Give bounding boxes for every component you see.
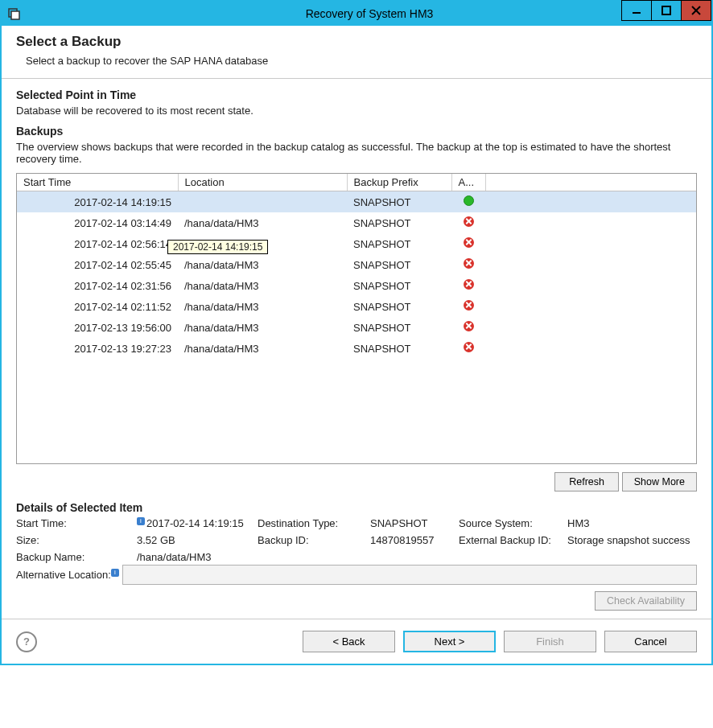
cell-location: /hana/data/HM3 — [178, 317, 347, 338]
refresh-button[interactable]: Refresh — [554, 472, 619, 492]
status-ok-icon — [464, 195, 474, 206]
info-icon: i — [137, 517, 145, 525]
table-row[interactable]: 2017-02-14 02:11:52/hana/data/HM3SNAPSHO… — [17, 296, 696, 317]
wizard-footer: ? < Back Next > Finish Cancel — [2, 619, 711, 664]
status-error-icon — [464, 237, 474, 248]
cancel-button[interactable]: Cancel — [604, 631, 697, 652]
cell-start-time: 2017-02-14 02:55:45 — [17, 254, 178, 275]
col-start-time[interactable]: Start Time — [17, 174, 178, 191]
backups-desc: The overview shows backups that were rec… — [16, 141, 697, 165]
status-error-icon — [464, 258, 474, 269]
table-row-empty — [17, 422, 696, 442]
col-available[interactable]: A... — [451, 174, 485, 191]
table-row[interactable]: 2017-02-14 02:31:56/hana/data/HM3SNAPSHO… — [17, 275, 696, 296]
col-location[interactable]: Location — [178, 174, 347, 191]
status-error-icon — [464, 342, 474, 352]
check-row: Check Availability — [2, 588, 711, 619]
col-backup-prefix[interactable]: Backup Prefix — [347, 174, 451, 191]
table-row-empty — [17, 359, 696, 380]
title-bar[interactable]: Recovery of System HM3 — [2, 2, 711, 26]
cell-location: /hana/data/HM3 — [178, 212, 347, 233]
cell-status — [451, 233, 485, 254]
table-row[interactable]: 2017-02-14 03:14:49/hana/data/HM3SNAPSHO… — [17, 212, 696, 233]
table-buttons: Refresh Show More — [16, 464, 697, 498]
label-alt-location: Alternative Location:i — [16, 569, 121, 581]
value-size: 3.52 GB — [137, 534, 258, 546]
cell-prefix: SNAPSHOT — [347, 338, 451, 359]
window-title: Recovery of System HM3 — [27, 7, 711, 20]
cell-prefix: SNAPSHOT — [347, 212, 451, 233]
show-more-button[interactable]: Show More — [622, 472, 697, 492]
label-backup-name: Backup Name: — [16, 551, 137, 563]
value-source-system: HM3 — [567, 517, 697, 529]
cell-prefix: SNAPSHOT — [347, 275, 451, 296]
value-ext-backup-id: Storage snapshot success — [567, 534, 697, 546]
page-subtitle: Select a backup to recover the SAP HANA … — [26, 55, 697, 67]
cell-start-time: 2017-02-14 02:56:14 — [17, 233, 178, 254]
label-start-time: Start Time: — [16, 517, 137, 529]
value-dest-type: SNAPSHOT — [370, 517, 459, 529]
backups-table: Start Time Location Backup Prefix A... 2… — [16, 173, 697, 464]
page-header: Select a Backup Select a backup to recov… — [2, 26, 711, 79]
cell-prefix: SNAPSHOT — [347, 254, 451, 275]
cell-start-time: 2017-02-14 14:19:15 — [17, 191, 178, 213]
cell-prefix: SNAPSHOT — [347, 296, 451, 317]
table-row[interactable]: 2017-02-14 02:55:45/hana/data/HM3SNAPSHO… — [17, 254, 696, 275]
close-button[interactable] — [681, 0, 711, 21]
app-icon — [8, 7, 21, 20]
cell-status — [451, 212, 485, 233]
cell-location: /hana/data/HM3 — [178, 254, 347, 275]
alt-location-input[interactable] — [122, 565, 697, 585]
back-button[interactable]: < Back — [303, 631, 395, 652]
page-title: Select a Backup — [16, 34, 697, 50]
cell-start-time: 2017-02-14 03:14:49 — [17, 212, 178, 233]
info-icon: i — [111, 569, 119, 577]
cell-location — [178, 191, 347, 213]
label-size: Size: — [16, 534, 137, 546]
svg-rect-1 — [11, 11, 19, 19]
point-in-time-desc: Database will be recovered to its most r… — [16, 105, 697, 117]
check-availability-button[interactable]: Check Availability — [595, 591, 697, 611]
body: Selected Point in Time Database will be … — [2, 79, 711, 588]
svg-rect-3 — [662, 6, 670, 14]
maximize-button[interactable] — [651, 0, 682, 21]
finish-button[interactable]: Finish — [504, 631, 596, 652]
cell-location: /hana/data/HM3 — [178, 275, 347, 296]
cell-status — [451, 317, 485, 338]
table-row-empty — [17, 442, 696, 463]
minimize-button[interactable] — [621, 0, 652, 21]
cell-status — [451, 191, 485, 213]
value-backup-id: 14870819557 — [370, 534, 459, 546]
cell-start-time: 2017-02-13 19:56:00 — [17, 317, 178, 338]
tooltip: 2017-02-14 14:19:15 — [167, 240, 268, 254]
table-row[interactable]: 2017-02-14 02:56:14/hana/data/HM3SNAPSHO… — [17, 233, 696, 254]
status-error-icon — [464, 300, 474, 311]
table-row[interactable]: 2017-02-13 19:56:00/hana/data/HM3SNAPSHO… — [17, 317, 696, 338]
col-extra[interactable] — [485, 174, 696, 191]
value-start-time: i2017-02-14 14:19:15 — [137, 517, 258, 529]
status-error-icon — [464, 216, 474, 227]
point-in-time-label: Selected Point in Time — [16, 88, 697, 101]
cell-status — [451, 254, 485, 275]
window-controls — [622, 0, 711, 21]
cell-status — [451, 296, 485, 317]
table-row[interactable]: 2017-02-14 14:19:15SNAPSHOT — [17, 191, 696, 213]
svg-rect-2 — [633, 12, 641, 14]
label-dest-type: Destination Type: — [258, 517, 370, 529]
cell-prefix: SNAPSHOT — [347, 233, 451, 254]
cell-prefix: SNAPSHOT — [347, 191, 451, 213]
table-row[interactable]: 2017-02-13 19:27:23/hana/data/HM3SNAPSHO… — [17, 338, 696, 359]
cell-location: /hana/data/HM3 — [178, 338, 347, 359]
cell-status — [451, 338, 485, 359]
status-error-icon — [464, 321, 474, 331]
help-icon[interactable]: ? — [16, 631, 37, 652]
status-error-icon — [464, 279, 474, 290]
label-backup-id: Backup ID: — [258, 534, 370, 546]
cell-start-time: 2017-02-14 02:11:52 — [17, 296, 178, 317]
next-button[interactable]: Next > — [403, 631, 496, 652]
backups-label: Backups — [16, 125, 697, 138]
details-label: Details of Selected Item — [16, 501, 697, 514]
table-header-row: Start Time Location Backup Prefix A... — [17, 174, 696, 191]
cell-prefix: SNAPSHOT — [347, 317, 451, 338]
label-source-system: Source System: — [459, 517, 567, 529]
